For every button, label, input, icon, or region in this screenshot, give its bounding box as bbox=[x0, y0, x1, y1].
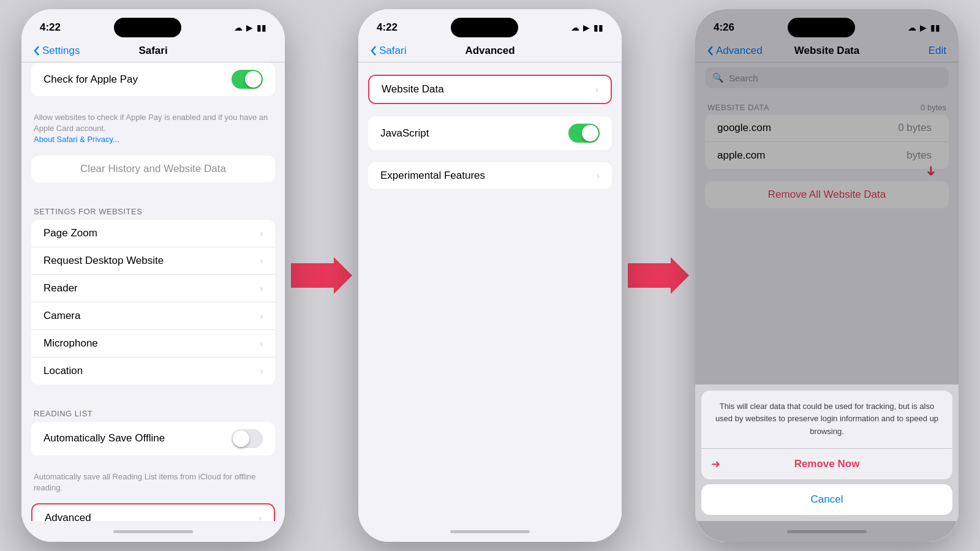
website-data-row[interactable]: Website Data › bbox=[369, 76, 611, 103]
request-desktop-chevron: › bbox=[260, 256, 263, 266]
back-button-3[interactable]: Advanced bbox=[707, 45, 763, 57]
time-1: 4:22 bbox=[40, 21, 61, 34]
edit-button[interactable]: Edit bbox=[929, 45, 946, 57]
home-bar-2 bbox=[450, 530, 530, 533]
search-bar[interactable]: 🔍 Search bbox=[705, 67, 949, 88]
battery-icon-2: ▮▮ bbox=[594, 23, 603, 32]
websites-section-header: SETTINGS FOR WEBSITES bbox=[21, 195, 285, 220]
remove-all-container: ➜ Remove All Website Data bbox=[705, 181, 949, 208]
phone-1-screen: 4:22 ☁ ▶ ▮▮ Settings Safari Check for Ap… bbox=[21, 9, 285, 542]
page-zoom-row[interactable]: Page Zoom › bbox=[31, 220, 275, 247]
signal-icon-2: ▶ bbox=[583, 23, 590, 32]
location-row[interactable]: Location › bbox=[31, 358, 275, 384]
arrow-1 bbox=[291, 257, 352, 294]
home-indicator-2 bbox=[358, 521, 622, 542]
arrow-2 bbox=[628, 257, 689, 294]
content-1: Check for Apple Pay Allow websites to ch… bbox=[21, 62, 285, 521]
wifi-icon-3: ☁ bbox=[908, 23, 916, 32]
apple-domain: apple.com bbox=[717, 149, 907, 162]
websites-group: Page Zoom › Request Desktop Website › Re… bbox=[31, 220, 275, 384]
nav-title-1: Safari bbox=[138, 45, 167, 57]
dynamic-island-3 bbox=[788, 18, 855, 37]
auto-save-row[interactable]: Automatically Save Offline bbox=[31, 422, 275, 455]
nav-bar-2: Safari Advanced bbox=[358, 42, 622, 62]
nav-title-3: Website Data bbox=[794, 45, 859, 57]
phone-2: 4:22 ☁ ▶ ▮▮ Safari Advanced Website bbox=[358, 9, 622, 542]
remove-now-row[interactable]: ➜ Remove Now bbox=[701, 449, 952, 479]
auto-save-info: Automatically save all Reading List item… bbox=[21, 468, 285, 503]
website-data-section-label: WEBSITE DATA bbox=[707, 103, 769, 112]
svg-marker-0 bbox=[291, 257, 352, 294]
arrow-remove-icon: ➜ bbox=[711, 457, 720, 471]
dynamic-island-2 bbox=[451, 18, 518, 37]
location-label: Location bbox=[43, 365, 260, 377]
time-3: 4:26 bbox=[714, 21, 734, 34]
status-icons-2: ☁ ▶ ▮▮ bbox=[571, 23, 603, 32]
signal-icon-3: ▶ bbox=[920, 23, 927, 32]
remove-all-row[interactable]: Remove All Website Data bbox=[705, 181, 949, 208]
nav-title-2: Advanced bbox=[465, 45, 514, 57]
phone-3: 4:26 ☁ ▶ ▮▮ Advanced Website Data Edit 🔍… bbox=[695, 9, 959, 542]
status-icons-1: ☁ ▶ ▮▮ bbox=[234, 23, 266, 32]
js-group: JavaScript bbox=[368, 116, 612, 150]
javascript-row[interactable]: JavaScript bbox=[368, 116, 612, 150]
camera-row[interactable]: Camera › bbox=[31, 302, 275, 330]
home-indicator-1 bbox=[21, 521, 285, 542]
time-2: 4:22 bbox=[377, 21, 398, 34]
advanced-chevron: › bbox=[258, 513, 262, 521]
signal-icon: ▶ bbox=[246, 23, 253, 32]
search-placeholder: Search bbox=[729, 73, 758, 83]
apple-row[interactable]: apple.com bytes bbox=[705, 142, 949, 169]
website-data-label: Website Data bbox=[382, 83, 595, 96]
request-desktop-label: Request Desktop Website bbox=[43, 255, 260, 267]
home-indicator-3 bbox=[695, 521, 959, 542]
check-apple-pay-row[interactable]: Check for Apple Pay bbox=[31, 62, 275, 96]
camera-label: Camera bbox=[43, 310, 260, 322]
clear-history-button-group: Clear History and Website Data bbox=[31, 156, 275, 182]
javascript-toggle[interactable] bbox=[568, 124, 600, 143]
dynamic-island-1 bbox=[114, 18, 181, 37]
reader-row[interactable]: Reader › bbox=[31, 275, 275, 302]
cancel-button[interactable]: Cancel bbox=[701, 484, 952, 515]
reading-list-header: READING LIST bbox=[21, 397, 285, 422]
advanced-highlighted-group: Advanced › bbox=[31, 503, 275, 521]
phone-3-screen: 4:26 ☁ ▶ ▮▮ Advanced Website Data Edit 🔍… bbox=[695, 9, 959, 542]
website-data-border: Website Data › bbox=[368, 75, 612, 104]
battery-icon-3: ▮▮ bbox=[930, 23, 940, 32]
experimental-label: Experimental Features bbox=[380, 170, 597, 182]
experimental-row[interactable]: Experimental Features › bbox=[368, 162, 612, 189]
apple-pay-toggle[interactable] bbox=[232, 70, 263, 89]
page-zoom-label: Page Zoom bbox=[43, 227, 260, 239]
microphone-row[interactable]: Microphone › bbox=[31, 330, 275, 358]
request-desktop-row[interactable]: Request Desktop Website › bbox=[31, 247, 275, 275]
clear-history-row[interactable]: Clear History and Website Data bbox=[31, 156, 275, 182]
google-row[interactable]: google.com 0 bytes bbox=[705, 114, 949, 142]
apple-size: bytes bbox=[907, 149, 932, 162]
svg-marker-1 bbox=[628, 257, 689, 294]
remove-all-label: Remove All Website Data bbox=[768, 189, 886, 201]
nav-bar-3: Advanced Website Data Edit bbox=[695, 42, 959, 62]
google-size: 0 bytes bbox=[898, 122, 932, 134]
apple-pay-group: Check for Apple Pay bbox=[31, 62, 275, 96]
remove-now-label: Remove Now bbox=[794, 458, 860, 470]
back-button-1[interactable]: Settings bbox=[34, 45, 80, 57]
advanced-label: Advanced bbox=[45, 512, 258, 521]
apple-pay-knob bbox=[245, 71, 262, 88]
back-button-2[interactable]: Safari bbox=[371, 45, 406, 57]
javascript-knob bbox=[582, 125, 598, 141]
status-bar-2: 4:22 ☁ ▶ ▮▮ bbox=[358, 9, 622, 42]
home-bar-3 bbox=[787, 530, 867, 533]
arrow-2-container bbox=[622, 257, 695, 294]
clear-history-label: Clear History and Website Data bbox=[43, 163, 263, 175]
apple-pay-info: Allow websites to check if Apple Pay is … bbox=[21, 108, 285, 156]
auto-save-label: Automatically Save Offline bbox=[43, 432, 232, 444]
auto-save-toggle[interactable] bbox=[232, 429, 263, 448]
search-icon: 🔍 bbox=[712, 72, 724, 83]
auto-save-knob bbox=[233, 430, 249, 447]
page-zoom-chevron: › bbox=[260, 228, 263, 238]
javascript-label: JavaScript bbox=[380, 127, 568, 140]
battery-icon: ▮▮ bbox=[257, 23, 266, 32]
safari-privacy-link[interactable]: About Safari & Privacy... bbox=[34, 135, 119, 144]
exp-features-group: Experimental Features › bbox=[368, 162, 612, 189]
advanced-row[interactable]: Advanced › bbox=[32, 504, 274, 521]
